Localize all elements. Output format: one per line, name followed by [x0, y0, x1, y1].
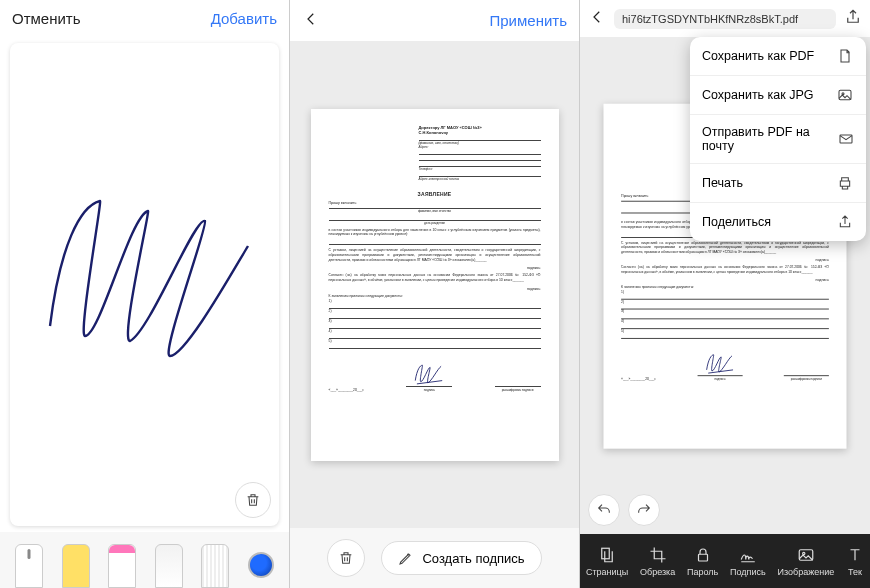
tab-pages[interactable]: Страницы [586, 546, 628, 577]
menu-save-pdf[interactable]: Сохранить как PDF [690, 37, 866, 76]
doc-email-label: Адрес электронной почты [419, 177, 541, 181]
doc-podpis1: подпись [527, 266, 541, 270]
doc-att-1: 1) [329, 299, 541, 303]
delete-signature-button[interactable] [235, 482, 271, 518]
redo-button[interactable] [628, 494, 660, 526]
menu-save-jpg-label: Сохранить как JPG [702, 88, 814, 102]
chevron-left-icon [588, 8, 606, 26]
tool-pen[interactable] [15, 544, 43, 588]
panel3-header: hi76tzTGSDYNTbHKfNRz8sBkT.pdf [580, 0, 870, 37]
doc-para3: Согласен (на) на обработку моих персонал… [329, 273, 541, 283]
document-page[interactable]: Директору ЛГ МАОУ «СОШ №3» С.Н.Кononovoy… [311, 109, 559, 461]
share-icon [844, 8, 862, 26]
menu-share-label: Поделиться [702, 215, 771, 229]
add-button[interactable]: Добавить [211, 10, 277, 27]
cancel-button[interactable]: Отменить [12, 10, 81, 27]
doc-para2: С уставом, лицензией на осуществление об… [621, 240, 829, 254]
tab-image-label: Изображение [778, 567, 835, 577]
doc-recipient-2: С.Н.Кononovoy [419, 130, 541, 135]
create-signature-label: Создать подпись [422, 551, 524, 566]
doc-date: «___»________20___г. [329, 388, 365, 392]
doc-sig-cap2: расшифровка подписи [784, 375, 829, 381]
doc-podpis2: подпись [816, 278, 829, 282]
doc-dob-cap: дата рождения [329, 221, 541, 225]
doc-att-3: 3) [329, 319, 541, 323]
menu-share[interactable]: Поделиться [690, 203, 866, 241]
doc-title: ЗАЯВЛЕНИЕ [329, 191, 541, 197]
tab-image[interactable]: Изображение [778, 546, 835, 577]
document-icon [836, 47, 854, 65]
share-button[interactable] [844, 8, 862, 29]
panel2-body: Директору ЛГ МАОУ «СОШ №3» С.Н.Кononovoy… [290, 41, 579, 528]
doc-att-2: 2) [329, 309, 541, 313]
tool-marker[interactable] [108, 544, 136, 588]
undo-button[interactable] [588, 494, 620, 526]
trash-icon [338, 550, 354, 566]
svg-rect-4 [698, 554, 707, 561]
apply-button[interactable]: Применить [489, 12, 567, 29]
doc-att-5: 5) [329, 339, 541, 343]
panel3-footer: Страницы Обрезка Пароль Подпись Изображе… [580, 534, 870, 588]
doc-signature-mark [703, 352, 736, 374]
tool-highlighter[interactable] [62, 544, 90, 588]
signature-canvas[interactable] [10, 43, 279, 526]
tab-text-label: Тек [848, 567, 862, 577]
doc-ask: Прошу включить [329, 201, 357, 205]
svg-rect-2 [840, 135, 852, 143]
printer-icon [836, 174, 854, 192]
doc-para1: в состав участников индивидуального отбо… [329, 228, 541, 238]
doc-date: «___»________20___г. [621, 377, 656, 381]
menu-print[interactable]: Печать [690, 164, 866, 203]
trash-icon [245, 492, 261, 508]
doc-sig-cap1: подпись [406, 386, 452, 392]
tool-color-picker[interactable] [248, 552, 274, 578]
doc-att-3: 3) [621, 309, 829, 313]
doc-podpis1: подпись [816, 258, 829, 262]
menu-print-label: Печать [702, 176, 743, 190]
filename-field[interactable]: hi76tzTGSDYNTbHKfNRz8sBkT.pdf [614, 9, 836, 29]
menu-save-pdf-label: Сохранить как PDF [702, 49, 814, 63]
signature-icon [739, 546, 757, 564]
signature-editor-panel: Отменить Добавить [0, 0, 290, 588]
image-icon [797, 546, 815, 564]
tab-password-label: Пароль [687, 567, 718, 577]
doc-attach: К заявлению прилагаю следующие документы… [621, 285, 829, 290]
menu-save-jpg[interactable]: Сохранить как JPG [690, 76, 866, 115]
chevron-left-icon [302, 10, 320, 28]
tool-ruler[interactable] [201, 544, 229, 588]
redo-icon [636, 502, 652, 518]
share-dropdown: Сохранить как PDF Сохранить как JPG Отпр… [690, 37, 866, 241]
doc-att-1: 1) [621, 290, 829, 294]
doc-para3: Согласен (на) на обработку моих персонал… [621, 265, 829, 274]
text-icon [846, 546, 864, 564]
document-preview-panel: Применить Директору ЛГ МАОУ «СОШ №3» С.Н… [290, 0, 580, 588]
doc-att-2: 2) [621, 299, 829, 303]
doc-sig-cap2: расшифровка подписи [495, 386, 541, 392]
create-signature-button[interactable]: Создать подпись [381, 541, 541, 575]
doc-para2: С уставом, лицензией на осуществление об… [329, 248, 541, 262]
signature-stroke [30, 186, 260, 366]
menu-send-pdf-label: Отправить PDF на почту [702, 125, 837, 153]
panel2-footer: Создать подпись [290, 528, 579, 588]
crop-icon [649, 546, 667, 564]
pen-icon [398, 550, 414, 566]
doc-att-5: 5) [621, 329, 829, 333]
doc-att-4: 4) [621, 319, 829, 323]
tab-sign[interactable]: Подпись [730, 546, 766, 577]
tab-crop[interactable]: Обрезка [640, 546, 675, 577]
menu-send-pdf[interactable]: Отправить PDF на почту [690, 115, 866, 164]
tab-sign-label: Подпись [730, 567, 766, 577]
delete-button[interactable] [327, 539, 365, 577]
share-icon [836, 213, 854, 231]
tab-crop-label: Обрезка [640, 567, 675, 577]
doc-att-4: 4) [329, 329, 541, 333]
tab-password[interactable]: Пароль [687, 546, 718, 577]
back-button[interactable] [588, 8, 606, 29]
undo-icon [596, 502, 612, 518]
back-button[interactable] [302, 10, 320, 31]
pages-icon [598, 546, 616, 564]
panel2-header: Применить [290, 0, 579, 41]
tool-eraser[interactable] [155, 544, 183, 588]
undo-redo-group [588, 494, 660, 526]
tab-text[interactable]: Тек [846, 546, 864, 577]
